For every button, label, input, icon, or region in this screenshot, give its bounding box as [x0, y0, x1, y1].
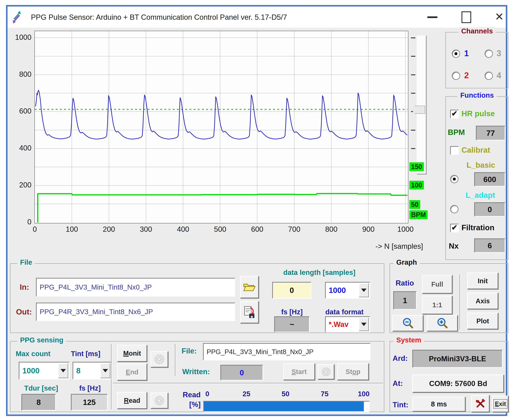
max-count-value: 1000 — [22, 366, 39, 375]
read-progress-bar — [203, 401, 370, 412]
y-axis-tick-label: 0 — [8, 218, 31, 226]
file-out-label: Out: — [16, 307, 32, 316]
data-format-value: *.Wav — [329, 320, 349, 329]
level-slider-thumb[interactable] — [411, 106, 425, 114]
l-basic-radio[interactable] — [450, 175, 458, 183]
read-scale-number: 0 — [196, 390, 218, 398]
plot-button[interactable]: Plot — [467, 313, 498, 329]
chevron-down-icon — [103, 369, 108, 372]
data-length-select[interactable]: 1000 — [325, 282, 370, 299]
channel-1-label: 1 — [464, 48, 469, 58]
data-length-dropdown-button[interactable] — [359, 283, 369, 297]
ppg-chart-frame — [34, 31, 408, 223]
channel-4-radio[interactable] — [485, 72, 493, 80]
file-in-label: In: — [20, 283, 29, 292]
y-axis-tick-label: 400 — [8, 144, 31, 152]
channel-3-label: 3 — [497, 48, 501, 58]
bpm-axis-label: 100 — [409, 181, 424, 189]
bpm-value: 77 — [476, 126, 505, 141]
tint-select[interactable]: 8 — [73, 362, 112, 380]
x-axis-tick-label: 0 — [23, 225, 46, 233]
full-button[interactable]: Full — [422, 275, 452, 294]
data-format-dropdown-button[interactable] — [359, 318, 369, 331]
check-icon: ✔ — [451, 110, 458, 117]
led-rings-icon — [154, 395, 165, 406]
tint-value: 8 — [76, 366, 81, 375]
l-adapt-label: L_adapt — [460, 191, 501, 200]
monit-led-button[interactable] — [150, 351, 168, 368]
channel-1-radio[interactable] — [452, 50, 460, 58]
bpm-label: BPM — [448, 128, 465, 137]
max-count-dropdown-button[interactable] — [58, 363, 68, 378]
sensing-divider-3 — [113, 383, 383, 384]
radio-dot — [453, 178, 456, 180]
graph-divider — [460, 274, 461, 329]
tint-dropdown-button[interactable] — [100, 363, 110, 378]
calibrat-checkbox[interactable] — [450, 146, 459, 155]
filtration-label: Filtration — [462, 223, 494, 232]
tdur-label: Tdur [sec] — [17, 384, 66, 392]
zoom-out-button[interactable] — [392, 315, 423, 331]
slider-tick-mark — [411, 148, 415, 149]
slider-tick-mark — [411, 75, 415, 75]
tools-icon — [475, 398, 486, 409]
monit-button[interactable]: Monit — [117, 345, 147, 362]
radio-dot — [455, 52, 457, 55]
graph-title: Graph — [394, 258, 420, 266]
hr-pulse-checkbox[interactable]: ✔ — [450, 110, 459, 118]
start-led-button[interactable] — [318, 364, 334, 380]
l-adapt-radio[interactable] — [450, 205, 458, 213]
l-basic-label: L_basic — [461, 160, 501, 170]
read-button[interactable]: Read — [117, 392, 147, 409]
end-button[interactable]: End — [117, 363, 147, 381]
zoom-in-icon — [436, 317, 448, 329]
filtration-checkbox[interactable]: ✔ — [450, 224, 459, 232]
init-button[interactable]: Init — [467, 272, 498, 289]
app-window: PPG Pulse Sensor: Arduino + BT Communica… — [6, 5, 507, 416]
data-format-select[interactable]: *.Wav — [325, 316, 370, 332]
slider-tick-mark — [411, 130, 415, 131]
x-axis-tick-label: 500 — [208, 225, 232, 233]
one-to-one-button[interactable]: 1:1 — [422, 296, 452, 314]
channel-2-radio[interactable] — [452, 72, 460, 80]
file-out-input[interactable]: PPG_P4R_3V3_Mini_Tint8_Nx6_JP — [36, 303, 235, 321]
max-count-select[interactable]: 1000 — [19, 362, 70, 380]
open-file-button[interactable] — [240, 276, 259, 298]
close-button[interactable]: ✕ — [493, 10, 506, 24]
fs-hz2-value: 125 — [71, 394, 108, 411]
fs-hz2-label: fs [Hz] — [72, 384, 108, 392]
tools-button[interactable] — [471, 395, 490, 412]
minimize-button[interactable] — [427, 16, 437, 18]
level-slider-track[interactable] — [417, 36, 426, 174]
read-led-button[interactable] — [150, 393, 168, 409]
axis-button[interactable]: Axis — [467, 292, 498, 309]
written-label: Written: — [182, 368, 210, 376]
zoom-in-button[interactable] — [427, 315, 458, 331]
read-percent-label-2: [%] — [174, 400, 201, 409]
sensing-file-input[interactable]: PPG_P4L_3V3_Mini_Tint8_Nx0_JP — [203, 343, 371, 360]
led-rings-icon — [321, 367, 331, 377]
max-count-label: Max count — [16, 350, 51, 358]
exit-button[interactable]: Exit — [492, 396, 509, 412]
x-axis-tick-label: 700 — [283, 225, 306, 233]
ard-label: Ard: — [393, 354, 408, 362]
system-tint-value[interactable]: 8 ms — [412, 397, 465, 412]
system-title: System — [394, 336, 424, 344]
at-value[interactable]: COM9: 57600 Bd — [412, 375, 504, 393]
save-file-button[interactable] — [240, 301, 259, 323]
x-axis-tick-label: 100 — [60, 225, 84, 233]
y-axis-tick-label: 600 — [8, 107, 31, 115]
system-tint-label: Tint: — [393, 401, 409, 409]
maximize-button[interactable] — [462, 11, 471, 23]
x-axis-tick-label: 800 — [320, 225, 343, 233]
file-in-input[interactable]: PPG_P4L_3V3_Mini_Tint8_Nx0_JP — [36, 278, 235, 297]
file-title: File — [17, 258, 35, 266]
start-button[interactable]: Start — [283, 363, 315, 380]
x-axis-tick-label: 900 — [357, 225, 380, 233]
channel-3-radio[interactable] — [485, 50, 493, 58]
stop-button[interactable]: Stop — [337, 363, 369, 380]
x-axis-title: -> N [samples] — [366, 242, 423, 250]
x-axis-tick-label: 1000 — [394, 225, 417, 233]
chevron-down-icon — [361, 323, 366, 326]
app-icon — [10, 10, 23, 24]
